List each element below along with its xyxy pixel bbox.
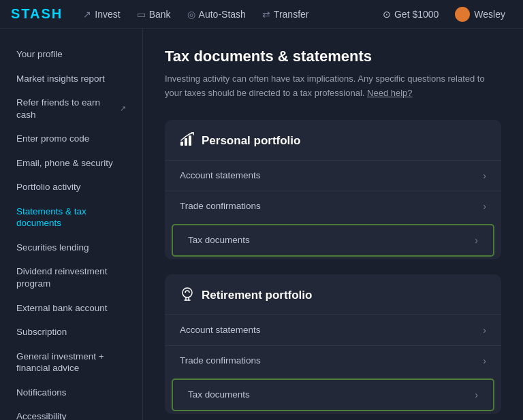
tax-documents-retirement-row[interactable]: Tax documents › (173, 380, 493, 410)
retirement-portfolio-title: Retirement portfolio (202, 289, 312, 302)
nav-invest[interactable]: ↗ Invest (76, 5, 127, 24)
navbar: STASH ↗ Invest ▭ Bank ◎ Auto-Stash ⇄ Tra… (0, 0, 523, 29)
chevron-right-icon: › (483, 170, 486, 181)
row-label: Account statements (180, 170, 261, 180)
invest-icon: ↗ (83, 9, 91, 20)
sidebar-item-external-bank[interactable]: External bank account (0, 296, 142, 321)
svg-rect-1 (185, 138, 187, 146)
sidebar-label: Portfolio activity (16, 181, 81, 193)
sidebar-item-your-profile[interactable]: Your profile (0, 42, 142, 67)
trade-confirmations-retirement-row[interactable]: Trade confirmations › (165, 345, 501, 376)
sidebar-item-market-insights[interactable]: Market insights report (0, 67, 142, 91)
page-description: Investing activity can often have tax im… (165, 72, 492, 101)
tax-documents-personal-row[interactable]: Tax documents › (173, 225, 493, 255)
nav-invest-label: Invest (95, 9, 120, 20)
user-menu[interactable]: Wesley (448, 3, 512, 26)
retirement-portfolio-icon (180, 287, 195, 305)
chevron-right-icon: › (475, 235, 478, 246)
get-reward-icon: ⊙ (383, 9, 391, 20)
sidebar-label: Enter promo code (16, 133, 89, 145)
sidebar-label: External bank account (16, 302, 108, 314)
get-reward-label: Get $1000 (394, 9, 439, 20)
tax-documents-retirement-highlighted: Tax documents › (172, 378, 494, 411)
personal-portfolio-card: Personal portfolio Account statements › … (165, 120, 501, 259)
sidebar-item-subscription[interactable]: Subscription (0, 320, 142, 344)
user-name: Wesley (474, 9, 505, 20)
avatar (455, 7, 470, 22)
chevron-right-icon: › (483, 201, 486, 212)
sidebar-item-accessibility[interactable]: Accessibility (0, 404, 142, 420)
personal-portfolio-header: Personal portfolio (165, 120, 501, 160)
tax-documents-personal-highlighted: Tax documents › (172, 224, 494, 257)
bank-icon: ▭ (137, 9, 146, 20)
svg-rect-2 (189, 135, 191, 146)
account-statements-retirement-row[interactable]: Account statements › (165, 314, 501, 345)
sidebar-label: Securities lending (16, 242, 89, 254)
retirement-portfolio-card: Retirement portfolio Account statements … (165, 274, 501, 414)
row-label: Tax documents (188, 235, 250, 245)
trade-confirmations-personal-row[interactable]: Trade confirmations › (165, 191, 501, 221)
sidebar-label: Your profile (16, 48, 63, 61)
sidebar-item-promo-code[interactable]: Enter promo code (0, 127, 142, 151)
sidebar-label: Market insights report (16, 73, 105, 85)
need-help-link[interactable]: Need help? (367, 88, 413, 98)
nav-autostash-label: Auto-Stash (199, 9, 246, 20)
main-content: Tax documents & statements Investing act… (143, 29, 523, 420)
sidebar-item-securities-lending[interactable]: Securities lending (0, 236, 142, 260)
sidebar-item-dividend-reinvestment[interactable]: Dividend reinvestment program (0, 259, 142, 295)
chevron-right-icon: › (483, 355, 486, 366)
sidebar-label: Accessibility (16, 410, 67, 420)
nav-right: ⊙ Get $1000 Wesley (376, 3, 512, 26)
sidebar-label: Email, phone & security (16, 157, 113, 169)
sidebar-item-email-security[interactable]: Email, phone & security (0, 151, 142, 176)
sidebar-label: Statements & tax documents (16, 206, 126, 229)
row-label: Tax documents (188, 389, 250, 400)
nav-autostash[interactable]: ◎ Auto-Stash (180, 5, 253, 24)
chevron-right-icon: › (483, 325, 486, 336)
account-statements-personal-row[interactable]: Account statements › (165, 160, 501, 191)
autostash-icon: ◎ (187, 9, 195, 20)
row-label: Trade confirmations (180, 355, 261, 366)
transfer-icon: ⇄ (262, 9, 270, 20)
sidebar-label: Subscription (16, 326, 67, 338)
personal-portfolio-icon (180, 132, 195, 150)
sidebar-label: Dividend reinvestment program (16, 265, 126, 289)
external-link-icon: ↗ (120, 103, 126, 113)
retirement-portfolio-header: Retirement portfolio (165, 274, 501, 314)
sidebar-label: Notifications (16, 387, 67, 399)
chevron-right-icon: › (475, 389, 478, 400)
row-label: Trade confirmations (180, 201, 261, 211)
sidebar-item-notifications[interactable]: Notifications (0, 381, 142, 405)
svg-rect-0 (180, 142, 183, 146)
sidebar: Your profile Market insights report Refe… (0, 29, 143, 420)
nav-transfer-label: Transfer (274, 9, 309, 20)
sidebar-item-refer-friends[interactable]: Refer friends to earn cash ↗ (0, 91, 142, 127)
row-label: Account statements (180, 325, 261, 335)
personal-portfolio-title: Personal portfolio (202, 134, 300, 148)
sidebar-label: Refer friends to earn cash (16, 97, 116, 120)
sidebar-item-general-investment[interactable]: General investment + financial advice (0, 344, 142, 381)
sidebar-label: General investment + financial advice (16, 351, 126, 374)
get-reward-button[interactable]: ⊙ Get $1000 (376, 5, 445, 24)
nav-bank-label: Bank (149, 9, 171, 20)
page-title: Tax documents & statements (165, 48, 501, 65)
nav-transfer[interactable]: ⇄ Transfer (255, 5, 316, 24)
brand-logo[interactable]: STASH (11, 6, 63, 22)
main-layout: Your profile Market insights report Refe… (0, 29, 523, 420)
nav-bank[interactable]: ▭ Bank (130, 5, 178, 24)
nav-items: ↗ Invest ▭ Bank ◎ Auto-Stash ⇄ Transfer (76, 5, 376, 24)
sidebar-item-portfolio-activity[interactable]: Portfolio activity (0, 175, 142, 199)
sidebar-item-statements[interactable]: Statements & tax documents (0, 199, 142, 236)
